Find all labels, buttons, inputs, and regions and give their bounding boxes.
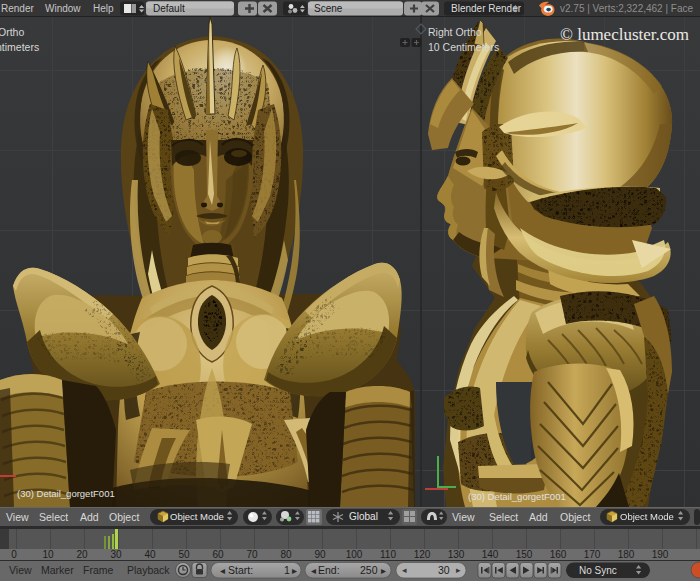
svg-text:160: 160 (550, 549, 567, 560)
svg-text:▸: ▸ (456, 565, 461, 575)
svg-text:Scene: Scene (314, 3, 343, 14)
svg-text:v2.75 | Verts:2,322,462 | Face: v2.75 | Verts:2,322,462 | Face (560, 3, 693, 14)
svg-text:Marker: Marker (41, 564, 74, 576)
svg-text:(30) Detail_gorgetF001: (30) Detail_gorgetF001 (468, 491, 566, 502)
svg-text:End:: End: (318, 564, 340, 576)
svg-text:50: 50 (178, 549, 190, 560)
svg-text:250: 250 (360, 564, 378, 576)
svg-text:1: 1 (284, 564, 290, 576)
svg-text:Blender Render: Blender Render (451, 3, 522, 14)
svg-text:170: 170 (584, 549, 601, 560)
svg-text:No Sync: No Sync (579, 565, 617, 576)
svg-text:Select: Select (39, 511, 68, 523)
svg-text:◂: ◂ (402, 565, 407, 575)
svg-text:Default: Default (153, 3, 185, 14)
svg-text:180: 180 (618, 549, 635, 560)
svg-text:Select: Select (489, 511, 518, 523)
svg-text:Help: Help (93, 3, 114, 14)
svg-text:Ortho: Ortho (0, 26, 24, 38)
svg-text:Add: Add (529, 511, 548, 523)
svg-text:(30) Detail_gorgetF001: (30) Detail_gorgetF001 (17, 488, 115, 499)
svg-text:Playback: Playback (127, 564, 170, 576)
svg-text:20: 20 (76, 549, 88, 560)
svg-text:110: 110 (380, 549, 396, 560)
svg-text:Frame: Frame (83, 564, 113, 576)
svg-text:150: 150 (516, 549, 533, 560)
svg-text:View: View (9, 564, 32, 576)
svg-text:ntimeters: ntimeters (0, 41, 39, 53)
svg-text:Start:: Start: (228, 564, 253, 576)
svg-text:140: 140 (482, 549, 499, 560)
svg-text:◂: ◂ (220, 565, 225, 576)
svg-text:30: 30 (438, 564, 450, 576)
svg-text:130: 130 (448, 549, 465, 560)
svg-text:60: 60 (212, 549, 224, 560)
svg-text:10: 10 (42, 549, 54, 560)
svg-text:10 Centimeters: 10 Centimeters (428, 41, 499, 53)
svg-text:© lumecluster.com: © lumecluster.com (560, 25, 689, 44)
svg-text:100: 100 (346, 549, 363, 560)
svg-text:30: 30 (110, 549, 122, 560)
svg-text:Object: Object (560, 511, 590, 523)
svg-text:0: 0 (11, 549, 17, 560)
svg-text:80: 80 (280, 549, 292, 560)
svg-text:View: View (6, 511, 29, 523)
svg-text:Object Mode: Object Mode (170, 511, 224, 522)
svg-text:▸: ▸ (381, 565, 386, 576)
svg-text:190: 190 (652, 549, 669, 560)
svg-text:Render: Render (1, 3, 34, 14)
svg-text:70: 70 (246, 549, 258, 560)
svg-text:Window: Window (45, 3, 81, 14)
svg-text:Right Ortho: Right Ortho (428, 26, 482, 38)
svg-text:Add: Add (80, 511, 99, 523)
svg-text:Object Mode: Object Mode (620, 511, 674, 522)
svg-text:▸: ▸ (292, 565, 297, 576)
svg-text:View: View (452, 511, 475, 523)
svg-text:120: 120 (414, 549, 431, 560)
svg-text:Object: Object (109, 511, 139, 523)
svg-text:◂: ◂ (311, 565, 316, 576)
svg-text:90: 90 (314, 549, 326, 560)
svg-text:40: 40 (144, 549, 156, 560)
svg-text:Global: Global (349, 511, 378, 522)
